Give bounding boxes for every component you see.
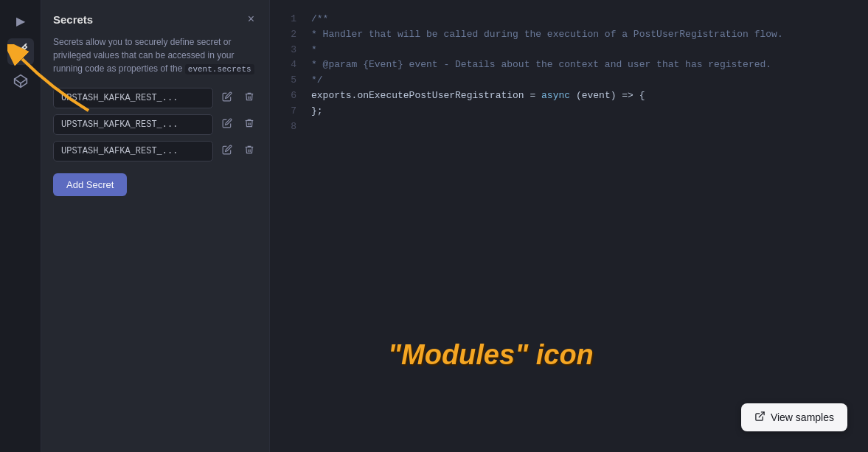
- sidebar-icon-play[interactable]: ▶: [7, 7, 34, 34]
- line-code-1: /**: [311, 12, 328, 27]
- secret-input-3[interactable]: [53, 141, 213, 161]
- code-editor: 1 /** 2 * Handler that will be called du…: [270, 0, 868, 452]
- sidebar-icon-modules[interactable]: [7, 69, 34, 96]
- edit-secret-2-button[interactable]: [219, 115, 235, 133]
- line-num-6: 6: [285, 88, 296, 104]
- close-button[interactable]: ×: [245, 12, 257, 27]
- edit-secret-3-button[interactable]: [219, 142, 235, 160]
- delete-secret-1-button[interactable]: [241, 88, 257, 107]
- modules-icon: [13, 74, 28, 91]
- secret-input-1[interactable]: [53, 88, 213, 108]
- add-secret-button[interactable]: Add Secret: [53, 173, 127, 196]
- modules-annotation: "Modules" icon: [388, 339, 594, 371]
- code-line-6: 6 exports.onExecutePostUserRegistration …: [285, 88, 853, 104]
- sidebar: ▶: [0, 0, 41, 452]
- code-line-7: 7 };: [285, 104, 853, 119]
- line-code-4: * @param {Event} event - Details about t…: [311, 58, 771, 73]
- secrets-header: Secrets ×: [53, 12, 257, 27]
- code-line-5: 5 */: [285, 73, 853, 88]
- view-samples-icon: [754, 411, 765, 424]
- secret-item-2: [53, 114, 257, 135]
- secrets-title: Secrets: [53, 13, 93, 26]
- svg-line-4: [759, 412, 764, 417]
- line-code-8: [311, 119, 317, 135]
- line-code-7: };: [311, 104, 323, 119]
- modules-annotation-text: "Modules" icon: [388, 339, 594, 371]
- view-samples-button[interactable]: View samples: [741, 403, 847, 431]
- line-num-8: 8: [285, 119, 296, 135]
- line-num-2: 2: [285, 27, 296, 43]
- secret-item-1: [53, 88, 257, 108]
- line-num-3: 3: [285, 43, 296, 58]
- line-code-3: *: [311, 43, 317, 58]
- delete-secret-3-button[interactable]: [241, 142, 257, 160]
- line-code-2: * Handler that will be called during the…: [311, 27, 783, 43]
- secrets-panel: Secrets × Secrets allow you to securely …: [41, 0, 270, 452]
- line-num-1: 1: [285, 12, 296, 27]
- view-samples-label: View samples: [771, 411, 834, 423]
- play-icon: ▶: [16, 14, 25, 28]
- line-num-7: 7: [285, 104, 296, 119]
- code-line-4: 4 * @param {Event} event - Details about…: [285, 58, 853, 73]
- secret-item-3: [53, 141, 257, 161]
- key-icon: [13, 43, 28, 60]
- line-code-5: */: [311, 73, 323, 88]
- secrets-description: Secrets allow you to securely define sec…: [53, 35, 257, 76]
- code-line-2: 2 * Handler that will be called during t…: [285, 27, 853, 43]
- edit-secret-1-button[interactable]: [219, 88, 235, 107]
- code-line-8: 8: [285, 119, 853, 135]
- code-content: 1 /** 2 * Handler that will be called du…: [285, 12, 853, 134]
- sidebar-icon-key[interactable]: [7, 38, 34, 65]
- delete-secret-2-button[interactable]: [241, 115, 257, 133]
- secret-input-2[interactable]: [53, 114, 213, 135]
- code-line-3: 3 *: [285, 43, 853, 58]
- event-secrets-code: event.secrets: [185, 64, 254, 74]
- code-line-1: 1 /**: [285, 12, 853, 27]
- line-code-6: exports.onExecutePostUserRegistration = …: [311, 88, 645, 104]
- line-num-5: 5: [285, 73, 296, 88]
- line-num-4: 4: [285, 58, 296, 73]
